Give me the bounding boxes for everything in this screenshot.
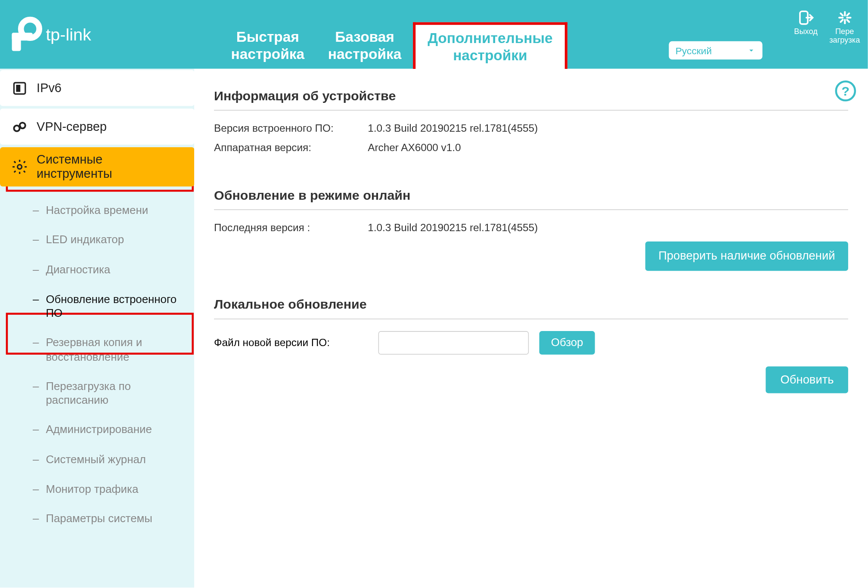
- tab-basic[interactable]: Базовая настройка: [316, 29, 413, 68]
- help-icon: ?: [842, 84, 850, 99]
- sub-item-firmware[interactable]: Обновление встроенного ПО: [0, 285, 194, 328]
- sub-item-time[interactable]: Настройка времени: [0, 195, 194, 225]
- language-select[interactable]: Русский: [668, 40, 763, 60]
- hardware-version-value: Archer AX6000 v1.0: [368, 142, 848, 154]
- sidebar-item-label: IPv6: [37, 81, 62, 95]
- language-value: Русский: [676, 45, 712, 56]
- sidebar-item-label: VPN-сервер: [37, 119, 107, 133]
- section-title-device-info: Информация об устройстве: [214, 88, 848, 103]
- ipv6-icon: [9, 80, 30, 97]
- svg-line-10: [847, 20, 849, 22]
- logout-icon: [794, 8, 818, 28]
- sub-item-label: Обновление встроенного ПО: [46, 293, 177, 319]
- tab-label: Быстрая настройка: [231, 29, 305, 62]
- firmware-file-input[interactable]: [378, 331, 529, 355]
- update-button[interactable]: Обновить: [766, 366, 848, 393]
- sub-item-label: Монитор трафика: [46, 483, 138, 495]
- sub-item-led[interactable]: LED индикатор: [0, 225, 194, 255]
- section-title-online-update: Обновление в режиме онлайн: [214, 188, 848, 203]
- sub-item-traffic[interactable]: Монитор трафика: [0, 474, 194, 504]
- tab-label: Дополнительные настройки: [428, 31, 553, 63]
- hardware-version-label: Аппаратная версия:: [214, 142, 368, 154]
- tab-label: Базовая настройка: [328, 29, 402, 62]
- brand-logo: tp-link: [0, 0, 105, 53]
- tab-advanced[interactable]: Дополнительные настройки: [413, 22, 567, 70]
- sub-item-diagnostics[interactable]: Диагностика: [0, 255, 194, 285]
- sub-item-label: LED индикатор: [46, 234, 124, 246]
- sub-item-label: Системный журнал: [46, 453, 146, 466]
- sidebar-item-system-tools[interactable]: Системные инструменты: [0, 147, 194, 186]
- sub-item-syslog[interactable]: Системный журнал: [0, 445, 194, 474]
- reboot-button[interactable]: Пере загрузка: [829, 8, 860, 45]
- latest-version-value: 1.0.3 Build 20190215 rel.1781(4555): [368, 222, 848, 233]
- divider: [214, 110, 848, 111]
- logout-button[interactable]: Выход: [794, 8, 818, 45]
- sub-item-label: Параметры системы: [46, 512, 152, 525]
- sub-item-label: Диагностика: [46, 263, 110, 276]
- sidebar-item-label: Системные инструменты: [37, 152, 112, 181]
- tab-quick-setup[interactable]: Быстрая настройка: [219, 29, 316, 68]
- header: tp-link Быстрая настройка Базовая настро…: [0, 0, 868, 69]
- svg-text:tp-link: tp-link: [46, 25, 91, 44]
- firmware-version-label: Версия встроенного ПО:: [214, 122, 368, 134]
- file-label: Файл новой версии ПО:: [214, 337, 368, 349]
- sub-item-admin[interactable]: Администрирование: [0, 415, 194, 445]
- firmware-version-value: 1.0.3 Build 20190215 rel.1781(4555): [368, 122, 848, 134]
- svg-rect-14: [17, 85, 20, 91]
- sidebar-item-vpn[interactable]: VPN-сервер: [0, 108, 194, 145]
- svg-line-9: [840, 13, 843, 15]
- sub-item-backup[interactable]: Резервная копия и восстановление: [0, 328, 194, 371]
- section-title-local-update: Локальное обновление: [214, 297, 848, 312]
- sub-item-label: Перезагрузка по расписанию: [46, 380, 130, 406]
- sub-item-label: Резервная копия и восстановление: [46, 337, 142, 363]
- main-tabs: Быстрая настройка Базовая настройка Допо…: [219, 0, 567, 69]
- reboot-icon: [829, 8, 860, 28]
- sidebar-submenu: Настройка времени LED индикатор Диагност…: [0, 189, 194, 540]
- sub-item-sysparams[interactable]: Параметры системы: [0, 504, 194, 533]
- gear-icon: [9, 158, 30, 176]
- sidebar: IPv6 VPN-сервер Системные инструменты На…: [0, 69, 194, 588]
- latest-version-label: Последняя версия :: [214, 222, 368, 233]
- svg-line-12: [847, 13, 849, 15]
- divider: [214, 209, 848, 210]
- vpn-icon: [9, 118, 30, 135]
- svg-point-17: [18, 165, 22, 169]
- sub-item-reboot-schedule[interactable]: Перезагрузка по расписанию: [0, 371, 194, 415]
- browse-button[interactable]: Обзор: [539, 331, 595, 355]
- reboot-label: Пере загрузка: [829, 28, 860, 45]
- divider: [214, 319, 848, 319]
- check-updates-button[interactable]: Проверить наличие обновлений: [645, 241, 848, 271]
- logout-label: Выход: [794, 28, 818, 36]
- sub-item-label: Администрирование: [46, 424, 152, 436]
- chevron-down-icon: [747, 46, 756, 55]
- svg-line-11: [840, 20, 843, 22]
- svg-rect-2: [12, 33, 33, 40]
- sidebar-item-ipv6[interactable]: IPv6: [0, 70, 194, 106]
- content-pane: ? Информация об устройстве Версия встрое…: [194, 69, 868, 588]
- svg-point-16: [20, 122, 25, 128]
- help-button[interactable]: ?: [835, 80, 856, 102]
- sub-item-label: Настройка времени: [46, 204, 148, 217]
